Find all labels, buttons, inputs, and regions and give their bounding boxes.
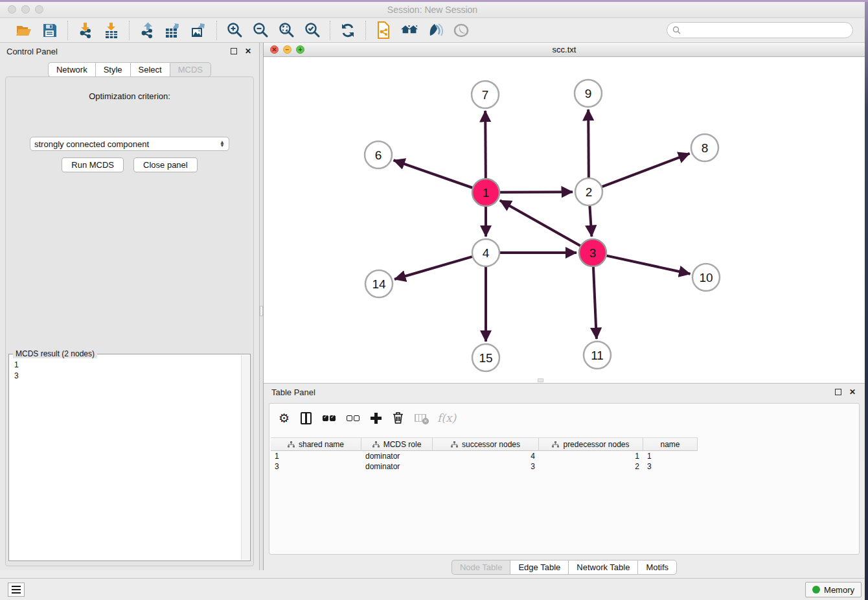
search-box[interactable] <box>667 22 853 38</box>
graph-node-6[interactable]: 6 <box>365 141 392 168</box>
table-cell[interactable]: 3 <box>643 461 698 472</box>
task-history-button[interactable] <box>8 583 25 597</box>
criterion-dropdown[interactable]: strongly connected component ▲▼ <box>30 137 229 151</box>
tab-style[interactable]: Style <box>95 62 130 77</box>
table-cell[interactable]: 3 <box>433 461 539 472</box>
close-panel-button[interactable]: Close panel <box>133 157 198 172</box>
network-canvas[interactable]: 7968124314101511 <box>264 57 865 383</box>
network-minimize-button[interactable]: − <box>283 45 291 54</box>
graph-edge-2-3[interactable] <box>589 206 591 237</box>
graph-node-14[interactable]: 14 <box>365 270 393 297</box>
tab-edge-table[interactable]: Edge Table <box>510 560 568 575</box>
control-panel-title: Control Panel <box>6 47 224 56</box>
table-cell[interactable]: 4 <box>433 451 539 461</box>
function-builder-icon[interactable]: f(x) <box>437 410 456 426</box>
table-settings-icon[interactable]: ⚙ <box>279 410 290 426</box>
graph-edge-3-11[interactable] <box>593 267 597 339</box>
vertical-splitter[interactable] <box>259 43 264 570</box>
table-cell[interactable]: dominator <box>361 461 433 472</box>
table-cell[interactable]: 1 <box>539 451 643 461</box>
graph-node-1[interactable]: 1 <box>472 179 499 206</box>
graph-node-3[interactable]: 3 <box>579 239 606 266</box>
network-maximize-button[interactable]: + <box>296 45 304 54</box>
tab-network-table[interactable]: Network Table <box>568 560 637 575</box>
optimization-criterion-label: Optimization criterion: <box>6 91 253 101</box>
graph-edge-1-6[interactable] <box>394 160 473 187</box>
run-mcds-button[interactable]: Run MCDS <box>62 157 124 172</box>
graph-node-11[interactable]: 11 <box>584 341 611 369</box>
graph-edge-1-2[interactable] <box>500 192 573 192</box>
network-close-button[interactable]: ✕ <box>270 45 279 54</box>
show-hide-graphics-icon[interactable] <box>453 22 470 39</box>
open-session-icon[interactable] <box>16 22 32 39</box>
svg-text:3: 3 <box>589 246 597 260</box>
table-row[interactable]: 1dominator411 <box>271 451 698 461</box>
column-header-shared-name[interactable]: shared name <box>271 438 361 450</box>
graph-node-10[interactable]: 10 <box>692 264 720 291</box>
float-panel-icon[interactable] <box>229 47 238 56</box>
search-input[interactable] <box>684 26 852 35</box>
export-table-icon[interactable] <box>165 22 181 39</box>
graph-edge-1-7[interactable] <box>485 111 486 178</box>
graph-edge-2-8[interactable] <box>602 154 690 187</box>
tab-node-table[interactable]: Node Table <box>451 560 510 575</box>
result-scrollbar[interactable] <box>241 355 249 560</box>
zoom-out-icon[interactable] <box>252 22 269 39</box>
zoom-selected-icon[interactable] <box>304 22 321 39</box>
graph-node-15[interactable]: 15 <box>472 344 499 371</box>
import-table-icon[interactable] <box>103 22 120 39</box>
column-browser-icon[interactable] <box>301 410 312 426</box>
home-first-neighbors-icon[interactable] <box>401 22 418 39</box>
export-image-icon[interactable] <box>190 22 207 39</box>
table-cell[interactable]: 2 <box>539 461 643 472</box>
tab-motifs[interactable]: Motifs <box>637 560 677 575</box>
memory-button[interactable]: Memory <box>805 582 862 597</box>
column-header-successor-nodes[interactable]: successor nodes <box>433 438 539 450</box>
export-network-icon[interactable] <box>139 22 155 39</box>
graph-edge-4-14[interactable] <box>394 257 472 279</box>
add-column-icon[interactable] <box>371 410 382 426</box>
network-from-file-icon[interactable] <box>375 22 392 39</box>
network-window-titlebar[interactable]: ✕ − + scc.txt <box>264 43 865 57</box>
zoom-fit-icon[interactable] <box>278 22 295 39</box>
table-cell[interactable]: 3 <box>271 461 361 472</box>
graph-edge-3-10[interactable] <box>606 256 690 274</box>
tab-select[interactable]: Select <box>130 62 170 77</box>
refresh-view-icon[interactable] <box>339 22 356 39</box>
table-close-panel-icon[interactable]: ✕ <box>848 387 857 397</box>
graph-edge-2-9[interactable] <box>588 110 589 178</box>
select-all-icon[interactable] <box>323 410 336 426</box>
splitter-handle[interactable] <box>260 306 263 316</box>
node-table[interactable]: shared nameMCDS rolesuccessor nodesprede… <box>271 437 698 472</box>
delete-table-icon[interactable] <box>415 410 426 426</box>
table-cell[interactable]: dominator <box>361 451 433 461</box>
import-network-icon[interactable] <box>77 22 94 39</box>
table-cell[interactable]: 1 <box>643 451 698 461</box>
deselect-all-icon[interactable] <box>347 410 360 426</box>
column-header-name[interactable]: name <box>643 438 698 450</box>
graph-node-4[interactable]: 4 <box>472 239 499 266</box>
graph-node-7[interactable]: 7 <box>472 81 499 108</box>
graph-node-8[interactable]: 8 <box>691 134 718 161</box>
save-session-icon[interactable] <box>41 22 58 39</box>
apply-style-icon[interactable] <box>427 22 444 39</box>
zoom-in-icon[interactable] <box>226 22 243 39</box>
column-type-icon <box>372 441 380 448</box>
graph-node-2[interactable]: 2 <box>575 178 602 205</box>
column-header-predecessor-nodes[interactable]: predecessor nodes <box>539 438 643 450</box>
mcds-panel: Optimization criterion: strongly connect… <box>5 76 254 566</box>
svg-text:4: 4 <box>483 246 490 260</box>
svg-text:6: 6 <box>375 148 382 162</box>
graph-edge-3-1[interactable] <box>500 200 580 246</box>
tab-mcds[interactable]: MCDS <box>170 62 211 77</box>
table-row[interactable]: 3dominator323 <box>271 461 698 472</box>
column-header-MCDS-role[interactable]: MCDS role <box>361 438 433 450</box>
table-float-panel-icon[interactable] <box>834 387 843 397</box>
graph-node-9[interactable]: 9 <box>575 80 602 107</box>
delete-column-icon[interactable] <box>393 410 404 426</box>
close-panel-icon[interactable]: ✕ <box>244 47 253 56</box>
tab-network[interactable]: Network <box>48 62 95 77</box>
mcds-result-title: MCDS result (2 nodes) <box>13 349 97 358</box>
table-cell[interactable]: 1 <box>271 451 361 461</box>
horizontal-splitter-handle[interactable] <box>538 378 543 382</box>
